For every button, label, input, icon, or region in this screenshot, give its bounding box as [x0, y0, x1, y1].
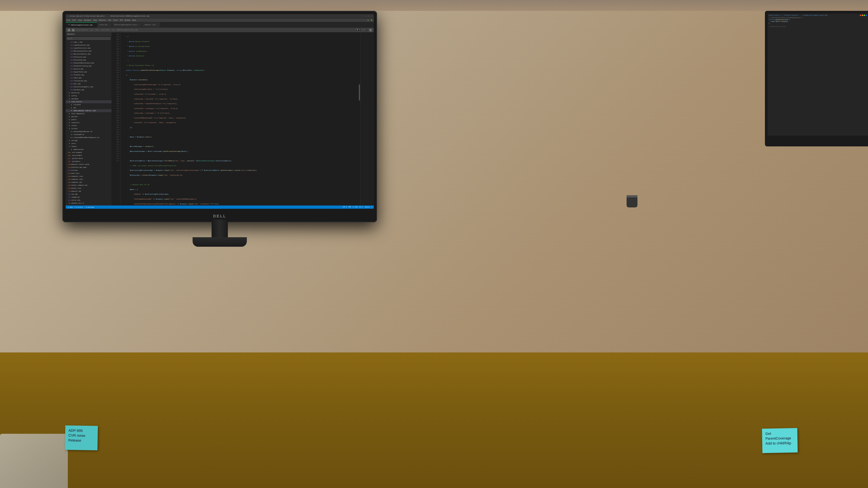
sidebar-file-label-composeryml: composer.yml: [71, 182, 82, 183]
menu-code[interactable]: Code: [93, 19, 97, 21]
sidebar-folder-database[interactable]: ▶ database: [66, 97, 112, 100]
menu-view[interactable]: View: [78, 19, 82, 21]
sidebar-item-termfile[interactable]: php TermFile.php: [66, 73, 112, 76]
menu-run[interactable]: Run: [108, 19, 111, 21]
toolbar-run-btn[interactable]: ▶: [368, 19, 369, 21]
ln-353: 353: [112, 103, 119, 105]
tab-close-4[interactable]: ✕: [157, 24, 158, 26]
tab-coverage-test[interactable]: SdCoverageChangeTest.php ● ✕: [112, 22, 142, 27]
sidebar-file-composerlock[interactable]: json composer.lock: [66, 178, 112, 181]
sidebar-file-gitattrib[interactable]: git .gitattribute: [66, 157, 112, 160]
sidebar-item-maintests[interactable]: php MaintenanceTests.php: [66, 50, 112, 53]
sidebar-file-releasehdmail[interactable]: txt releaseHDPushMailTemplate.txt: [66, 136, 112, 139]
sidebar-folder-patches[interactable]: ▶ patches: [66, 115, 112, 118]
sidebar-item-userlog[interactable]: php UserActionLogEntry.php: [66, 86, 112, 88]
menu-vcs[interactable]: VCS: [120, 19, 123, 21]
sidebar-folder-public[interactable]: ▶ public: [66, 118, 112, 121]
sidebar-folder-frontend[interactable]: ▶ frontend: [66, 103, 112, 106]
folder-icon: ▶: [68, 116, 70, 118]
sidebar-file-dockercompose[interactable]: yml docker-compose.yml: [66, 184, 112, 187]
sidebar-folder-label-routes: routes: [71, 125, 77, 127]
sidebar-item-sched-maint[interactable]: php ScheduleMaintenance.php: [66, 62, 112, 65]
folder-icon: ▶: [68, 98, 70, 100]
tab-close-2[interactable]: ✕: [109, 24, 110, 26]
sidebar-file-environment[interactable]: env .environment: [66, 154, 112, 157]
sidebar-item-user[interactable]: php User.php: [66, 83, 112, 86]
sidebar-folder-resources[interactable]: ▶ resources: [66, 121, 112, 124]
minimize-btn[interactable]: ─: [365, 15, 367, 17]
php-icon: php: [70, 89, 73, 91]
sidebar-file-platform[interactable]: yml platform.app.yaml: [66, 166, 112, 169]
sidebar-file-gitignore[interactable]: git .gitignore: [66, 160, 112, 163]
sidebar-item-userrole[interactable]: php UserRole.php: [66, 88, 112, 91]
tab-close-3[interactable]: ✕: [138, 24, 140, 26]
ln-373: 373: [112, 151, 119, 153]
sidebar-folder-config[interactable]: ▶ config: [66, 94, 112, 97]
sidebar-folder-bootstrap[interactable]: ▶ bootstrap: [66, 91, 112, 94]
sidebar-folder-nodemod-library[interactable]: ▼ node_modules library root: [66, 109, 112, 112]
sidebar-file-authjson[interactable]: json auth.json: [66, 172, 112, 175]
sidebar-folder-tests[interactable]: ▼ tests: [66, 142, 112, 145]
menu-refactor[interactable]: Refactor: [99, 19, 106, 21]
tab-coverage-controller[interactable]: PHP SdCoverageController.php ✕: [66, 22, 97, 27]
sidebar-item-opstatus[interactable]: php OperationStatus.php: [66, 53, 112, 56]
menu-help[interactable]: Help: [132, 19, 136, 21]
maximize-btn[interactable]: □: [367, 15, 369, 17]
vertical-scrollbar[interactable]: [359, 33, 360, 205]
tab-close-1[interactable]: ✕: [94, 24, 95, 26]
settings-btn[interactable]: ⚙: [369, 29, 372, 32]
forward-btn[interactable]: ▶: [72, 29, 75, 32]
code-line-344: [123, 131, 356, 134]
sidebar-file-server[interactable]: php server.php: [66, 199, 112, 202]
menu-tools[interactable]: Tools: [113, 19, 118, 21]
sidebar-folder-label-patches: patches: [71, 116, 78, 118]
sidebar-file-dockerjson[interactable]: json docker.json: [66, 187, 112, 190]
sidebar-item-postalcode[interactable]: php PostalCode.php: [66, 59, 112, 62]
menu-navigate[interactable]: Navigate: [84, 19, 91, 21]
sidebar-item-signontoken[interactable]: php SignonToken.php: [66, 70, 112, 73]
sidebar-file-envexample[interactable]: env .env.example: [66, 151, 112, 154]
code-content[interactable]: /** * @param Request $request * @param s…: [120, 33, 359, 205]
sidebar-file-translation: Translation.php: [73, 80, 87, 82]
sidebar-item-loginstats[interactable]: php LoginStatistics.php: [66, 46, 112, 50]
sidebar-folder-vendor[interactable]: ▼ vendor: [66, 145, 112, 148]
sidebar-folder-adminconfig[interactable]: ▶ adminconfig: [66, 148, 112, 151]
tab-cache[interactable]: cache.php ✕: [97, 22, 112, 27]
sidebar-item-translation[interactable]: php Translation.php: [66, 79, 112, 83]
sidebar-item-loginex[interactable]: php LoginException.php: [66, 44, 112, 46]
sidebar-item-token[interactable]: php Token.php: [66, 76, 112, 79]
code-line-336: 'coInsureds' => ['present', 'array'],: [123, 93, 356, 96]
sidebar-folder-nova[interactable]: ▶ nova-components: [66, 112, 112, 115]
sidebar-file-phpunitxml[interactable]: xml phpunit.xml: [66, 190, 112, 193]
menu-window[interactable]: Window: [125, 19, 130, 21]
sidebar-folder-storage[interactable]: ▶ storage: [66, 139, 112, 142]
close-btn[interactable]: ✕: [370, 15, 372, 17]
toolbar-debug-btn[interactable]: 🐛: [371, 19, 373, 21]
sidebar-file-composeryml[interactable]: yml composer.yml: [66, 181, 112, 184]
sidebar-item-permission[interactable]: php Permission.php: [66, 56, 112, 59]
tab-composer[interactable]: composer.json ✕: [142, 22, 160, 27]
menu-file[interactable]: File: [67, 19, 70, 21]
sidebar-folder-gen[interactable]: ▶ gen: [66, 106, 112, 109]
menu-edit[interactable]: Edit: [72, 19, 76, 21]
sidebar-folder-label-frontend: frontend: [73, 104, 81, 106]
sidebar-item-vuga[interactable]: php vuga.r.php: [66, 41, 112, 44]
sidebar-file-phpunit-cache[interactable]: json phpunit.result.cache: [66, 163, 112, 166]
sidebar-folder-scripts[interactable]: ▼ scripts: [66, 127, 112, 130]
search-bar[interactable]: 🔍 9 results: [355, 29, 368, 31]
sidebar-file-artisan[interactable]: php artisan: [66, 169, 112, 172]
back-btn[interactable]: ◀: [67, 29, 70, 32]
sidebar-file-ray[interactable]: php ray.php: [66, 193, 112, 196]
scrollbar-thumb[interactable]: [359, 84, 360, 101]
sidebar-file-composerjson[interactable]: json composer.json: [66, 175, 112, 178]
sidebar-item-session[interactable]: php Session.php: [66, 67, 112, 70]
sidebar-folder-nodemodules[interactable]: ▼ node_modules: [66, 100, 112, 103]
sidebar-file-webpack[interactable]: js webpack.mix.js: [66, 202, 112, 205]
sidebar-file-enqueue[interactable]: sh enqueueQueueWorker.sh: [66, 130, 112, 133]
sidebar-file-readme[interactable]: md readme.md: [66, 196, 112, 199]
sidebar-file-label-phpunit-cache: phpunit.result.cache: [71, 163, 89, 165]
sidebar-item-sched-track[interactable]: php ScheduleTracking.php: [66, 65, 112, 67]
sidebar-folder-routes[interactable]: ▶ routes: [66, 124, 112, 127]
sidebar-search-input[interactable]: [67, 37, 111, 40]
sidebar-file-releasehd[interactable]: sh releaseHD.sh: [66, 133, 112, 136]
